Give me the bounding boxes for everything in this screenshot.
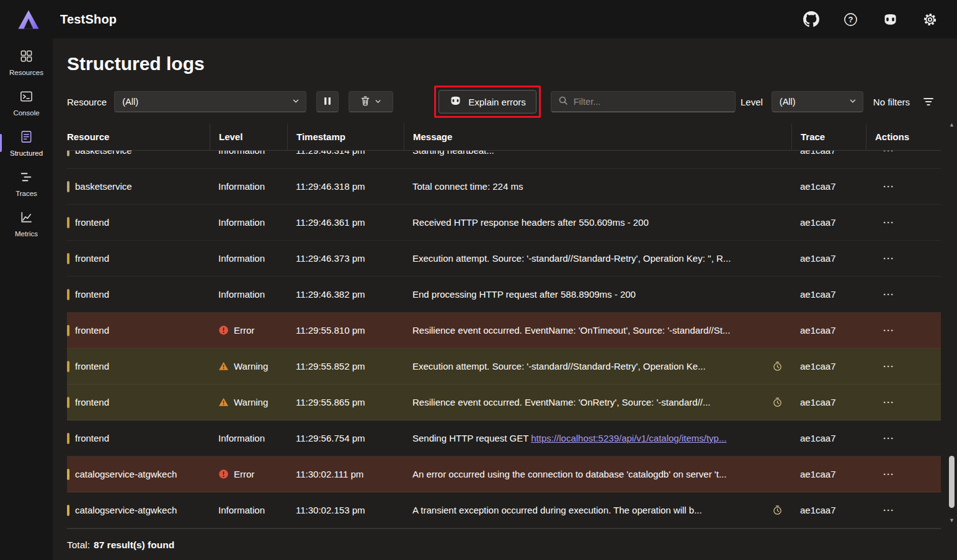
row-actions[interactable]: ··· (866, 505, 941, 515)
level-text: Error (234, 325, 254, 336)
sidebar-item-resources[interactable]: Resources (0, 43, 53, 81)
level-cell: Information (210, 433, 287, 443)
table-row[interactable]: basketservice Information 11:29:46.314 p… (67, 151, 941, 169)
table-row[interactable]: basketservice Information 11:29:46.318 p… (67, 169, 941, 205)
level-cell: Information (210, 289, 287, 300)
resource-cell: frontend (67, 361, 210, 372)
table-row[interactable]: catalogservice-atgwkech Information 11:3… (67, 492, 941, 528)
warning-icon (218, 361, 229, 371)
message-cell: Resilience event occurred. EventName: 'O… (404, 397, 791, 407)
sidebar-item-metrics[interactable]: Metrics (0, 205, 53, 242)
level-text: Information (218, 505, 265, 515)
sidebar-item-console[interactable]: Console (0, 84, 53, 122)
sidebar-item-traces[interactable]: Traces (0, 164, 53, 202)
trace-link[interactable]: ae1caa7 (800, 253, 836, 264)
message-cell: Total connect time: 224 ms (404, 181, 791, 192)
scroll-up-arrow[interactable]: ▲ (948, 121, 956, 128)
level-cell: Warning (210, 397, 287, 407)
row-actions[interactable]: ··· (866, 289, 941, 300)
column-header-trace: Trace (791, 123, 866, 150)
row-actions[interactable]: ··· (866, 433, 941, 443)
trace-cell: ae1caa7 (791, 433, 866, 443)
sidebar-item-label: Traces (16, 190, 37, 197)
page-title: Structured logs (67, 52, 957, 76)
clear-logs-button[interactable] (349, 91, 393, 112)
log-detail-icon (772, 505, 783, 515)
row-actions[interactable]: ··· (866, 217, 941, 228)
resource-color-bar (67, 505, 69, 516)
trace-link[interactable]: ae1caa7 (800, 151, 836, 156)
resource-cell: frontend (67, 289, 210, 300)
svg-text:?: ? (848, 14, 853, 24)
level-dropdown-value: (All) (780, 97, 796, 107)
message-cell: An error occurred using the connection t… (404, 469, 791, 479)
resource-name: frontend (75, 217, 109, 228)
table-row[interactable]: catalogservice-atgwkech Error 11:30:02.1… (67, 456, 941, 492)
help-icon[interactable]: ? (842, 11, 859, 28)
table-footer: Total: 87 result(s) found (67, 528, 941, 560)
message-cell: Sending HTTP request GET https://localho… (404, 433, 791, 443)
filter-funnel-icon[interactable] (919, 92, 938, 112)
trace-link[interactable]: ae1caa7 (800, 289, 836, 300)
table-row[interactable]: frontend Information 11:29:46.361 pm (67, 205, 941, 241)
message-cell: Resilience event occurred. EventName: 'O… (404, 325, 791, 336)
table-row[interactable]: frontend Warning 11:29:55.865 pm R (67, 384, 941, 420)
trace-link[interactable]: ae1caa7 (800, 469, 836, 479)
log-message: Received HTTP response headers after 550… (412, 217, 788, 228)
resource-name: frontend (75, 361, 109, 371)
trace-link[interactable]: ae1caa7 (800, 433, 836, 443)
log-message: Resilience event occurred. EventName: 'O… (412, 325, 788, 336)
trace-cell: ae1caa7 (791, 505, 866, 515)
row-actions[interactable]: ··· (866, 361, 941, 371)
sidebar-item-structured[interactable]: Structured (0, 124, 53, 162)
scroll-down-arrow[interactable]: ▼ (948, 517, 956, 524)
filter-input[interactable] (574, 97, 728, 107)
scrollbar-thumb[interactable] (949, 456, 955, 508)
toolbar-right-group: Level (All) No filters (741, 91, 938, 112)
message-link[interactable]: https://localhost:5239/api/v1/catalog/it… (531, 433, 726, 443)
table-row[interactable]: frontend Information 11:29:56.754 pm (67, 420, 941, 456)
trace-link[interactable]: ae1caa7 (800, 505, 836, 515)
resource-cell: catalogservice-atgwkech (67, 469, 210, 480)
row-actions[interactable]: ··· (866, 325, 941, 336)
settings-gear-icon[interactable] (922, 11, 938, 28)
row-actions[interactable]: ··· (866, 181, 941, 192)
sidebar-item-label: Metrics (15, 230, 38, 238)
level-text: Information (218, 253, 265, 264)
resource-name: frontend (75, 253, 109, 264)
row-actions[interactable]: ··· (866, 253, 941, 264)
column-header-level: Level (210, 123, 287, 150)
level-cell: Information (210, 151, 287, 156)
column-header-message: Message (404, 123, 791, 150)
trace-link[interactable]: ae1caa7 (800, 181, 836, 192)
sidebar: Resources Console Structured Traces (0, 38, 53, 560)
timestamp: 11:29:56.754 pm (287, 433, 404, 443)
trace-link[interactable]: ae1caa7 (800, 361, 836, 371)
level-text: Information (218, 181, 265, 192)
table-row[interactable]: frontend Information 11:29:46.373 pm (67, 241, 941, 277)
resource-name: frontend (75, 325, 109, 336)
copilot-icon[interactable] (882, 11, 899, 28)
explain-errors-button[interactable]: Explain errors (438, 90, 536, 113)
table-row[interactable]: frontend Warning 11:29:55.852 pm E (67, 349, 941, 384)
log-message: Sending HTTP request GET https://localho… (412, 433, 788, 443)
trace-link[interactable]: ae1caa7 (800, 217, 836, 228)
timestamp: 11:29:46.382 pm (287, 289, 404, 300)
row-actions[interactable]: ··· (866, 397, 941, 407)
row-actions[interactable]: ··· (866, 469, 941, 479)
level-cell: Error (210, 469, 287, 479)
timestamp: 11:29:55.865 pm (287, 397, 404, 407)
topbar: TestShop ? (0, 0, 957, 38)
resource-color-bar (67, 469, 69, 480)
trace-link[interactable]: ae1caa7 (800, 325, 836, 336)
github-icon[interactable] (803, 11, 819, 28)
resource-dropdown[interactable]: (All) (114, 91, 306, 112)
row-actions[interactable]: ··· (866, 151, 941, 156)
message-cell: End processing HTTP request after 588.89… (404, 289, 791, 300)
table-row[interactable]: frontend Error 11:29:55.810 pm Res (67, 313, 941, 349)
pause-logs-button[interactable] (316, 91, 339, 112)
level-dropdown[interactable]: (All) (772, 91, 863, 112)
trace-cell: ae1caa7 (791, 469, 866, 479)
table-row[interactable]: frontend Information 11:29:46.382 pm (67, 277, 941, 313)
trace-link[interactable]: ae1caa7 (800, 397, 836, 407)
